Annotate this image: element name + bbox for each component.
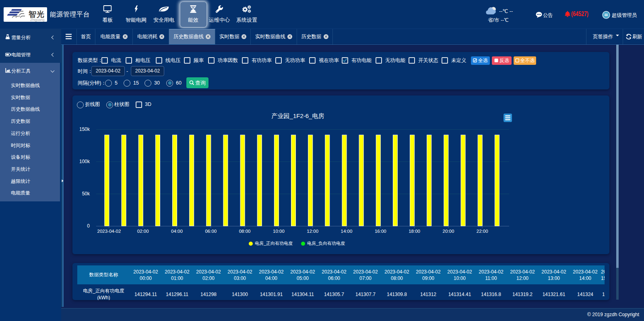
svg-text:18:00: 18:00 (409, 229, 420, 234)
svg-text:16:00: 16:00 (375, 229, 386, 234)
svg-text:150k: 150k (79, 126, 90, 132)
svg-text:04:00: 04:00 (171, 229, 183, 234)
svg-text:智光: 智光 (28, 10, 45, 19)
svg-text:2023-04-02: 2023-04-02 (97, 229, 121, 234)
svg-text:22:00: 22:00 (477, 229, 488, 234)
svg-text:20:00: 20:00 (443, 229, 454, 234)
svg-text:02:00: 02:00 (137, 229, 149, 234)
svg-text:50k: 50k (82, 191, 90, 197)
svg-text:06:00: 06:00 (205, 229, 217, 234)
svg-text:0: 0 (87, 223, 90, 229)
svg-text:100k: 100k (79, 159, 90, 164)
svg-text:14:00: 14:00 (341, 229, 353, 234)
svg-text:Zhiguang: Zhiguang (30, 18, 45, 22)
svg-text:08:00: 08:00 (239, 229, 251, 234)
svg-text:10:00: 10:00 (273, 229, 285, 234)
svg-text:12:00: 12:00 (307, 229, 318, 234)
